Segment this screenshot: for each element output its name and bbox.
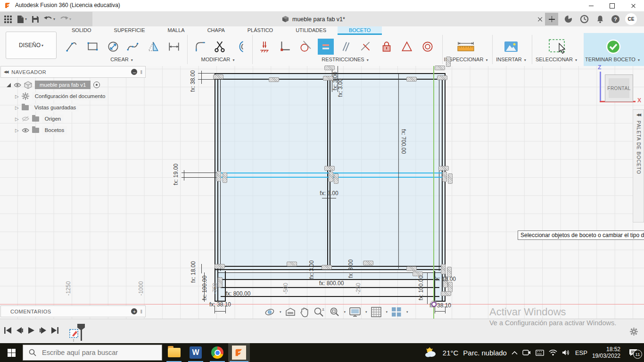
panel-grip[interactable]: ‖ xyxy=(140,309,142,314)
document-tab-close-button[interactable] xyxy=(535,14,545,24)
equal-constraint-button[interactable] xyxy=(318,39,334,55)
chevron-down-icon[interactable]: ▾ xyxy=(280,310,281,314)
concentric-constraint-icon[interactable] xyxy=(419,37,436,57)
account-avatar[interactable]: CE xyxy=(625,13,637,25)
language-indicator[interactable]: ESP xyxy=(575,349,587,356)
ribbon-tab-superficie[interactable]: SUPERFICIE xyxy=(103,26,157,35)
meet-now-icon[interactable] xyxy=(522,349,531,356)
perpendicular-constraint-icon[interactable] xyxy=(357,37,374,57)
taskbar-chrome-button[interactable] xyxy=(206,343,228,362)
sketch-dimension-tool-icon[interactable] xyxy=(165,37,182,57)
ribbon-tab-utilidades[interactable]: UTILIDADES xyxy=(284,26,338,35)
viewports-button[interactable] xyxy=(391,306,402,318)
action-center-button[interactable]: 11 xyxy=(625,348,641,357)
tree-row-root[interactable]: mueble para fab v1 xyxy=(0,79,141,90)
search-input[interactable] xyxy=(41,348,147,357)
horizontal-vertical-constraint-icon[interactable] xyxy=(256,37,273,57)
group-label-create[interactable]: CREAR ▾ xyxy=(110,57,133,62)
file-menu-button[interactable]: ▾ xyxy=(17,15,27,24)
offset-tool-icon[interactable] xyxy=(231,37,248,57)
chevron-down-icon[interactable]: ▾ xyxy=(344,310,346,314)
weather-temp[interactable]: 21°C xyxy=(443,349,459,357)
trim-tool-icon[interactable] xyxy=(212,37,229,57)
taskbar-explorer-button[interactable] xyxy=(163,343,185,362)
origin-point[interactable] xyxy=(430,300,438,308)
rectangle-tool-icon[interactable] xyxy=(84,37,101,57)
polygon-constraint-icon[interactable] xyxy=(398,37,415,57)
orbit-button[interactable] xyxy=(264,306,275,318)
timeline-play-button[interactable] xyxy=(28,327,35,334)
minimize-button[interactable] xyxy=(580,0,602,11)
tree-row-sketches[interactable]: ▷ Bocetos xyxy=(0,124,141,136)
wifi-icon[interactable] xyxy=(549,350,557,356)
weather-icon[interactable] xyxy=(424,347,438,358)
tangent-constraint-icon[interactable] xyxy=(297,37,314,57)
chevron-down-icon[interactable]: ▾ xyxy=(386,310,388,314)
parallel-constraint-icon[interactable] xyxy=(338,37,355,57)
timeline-step-back-button[interactable] xyxy=(16,327,24,334)
ribbon-tab-malla[interactable]: MALLA xyxy=(157,26,196,35)
panel-grip[interactable]: ‖ xyxy=(140,69,142,75)
display-settings-button[interactable] xyxy=(349,306,361,318)
fit-view-button[interactable] xyxy=(329,306,340,318)
close-button[interactable] xyxy=(623,0,644,11)
volume-icon[interactable] xyxy=(562,349,570,356)
fillet-tool-icon[interactable] xyxy=(192,37,209,57)
touch-keyboard-icon[interactable] xyxy=(536,350,544,356)
sketch-palette-tab[interactable]: ◀◀ PALETA DE BOCETO xyxy=(633,109,644,222)
ribbon-tab-chapa[interactable]: CHAPA xyxy=(196,26,236,35)
tree-row-origin[interactable]: ▷ Origen xyxy=(0,113,141,124)
activate-radio-icon[interactable] xyxy=(93,82,100,88)
comments-panel-header[interactable]: COMENTARIOS +‖ xyxy=(0,305,146,317)
tree-row-doc-settings[interactable]: ▷ Configuración del documento xyxy=(0,90,141,102)
chevron-down-icon[interactable]: ▾ xyxy=(406,310,408,314)
group-label-inspect[interactable]: INSPECCIONAR ▾ xyxy=(444,57,488,62)
circle-tool-icon[interactable] xyxy=(105,37,122,57)
insert-image-icon[interactable] xyxy=(503,37,520,57)
chevron-down-icon[interactable]: ▾ xyxy=(365,310,367,314)
taskbar-clock[interactable]: 18:52 19/03/2022 xyxy=(592,346,620,359)
workspace-selector[interactable]: DISEÑO▾ xyxy=(6,32,57,59)
job-status-button[interactable] xyxy=(579,14,589,24)
line-tool-icon[interactable] xyxy=(64,37,81,57)
undo-button[interactable]: ▾ xyxy=(44,16,55,23)
viewcube-front-face[interactable]: FRONTAL xyxy=(605,74,633,102)
collapsed-arrow-icon[interactable]: ▷ xyxy=(15,116,19,121)
ribbon-tab-boceto[interactable]: BOCETO xyxy=(338,26,382,35)
new-tab-button[interactable] xyxy=(545,13,558,25)
measure-tool-icon[interactable] xyxy=(455,37,477,57)
expanded-arrow-icon[interactable] xyxy=(7,83,11,87)
zoom-button[interactable]: ± xyxy=(313,306,325,318)
group-label-constraints[interactable]: RESTRICCIONES ▾ xyxy=(322,57,369,62)
visibility-eye-icon[interactable] xyxy=(14,82,21,88)
data-panel-button[interactable] xyxy=(4,15,12,24)
finish-sketch-icon[interactable] xyxy=(605,37,622,57)
collapsed-arrow-icon[interactable]: ▷ xyxy=(15,94,19,99)
mirror-tool-icon[interactable] xyxy=(145,37,162,57)
add-comment-icon[interactable]: + xyxy=(131,308,137,314)
root-document-label[interactable]: mueble para fab v1 xyxy=(35,81,91,89)
coincident-constraint-icon[interactable] xyxy=(277,37,294,57)
expand-panel-icon[interactable]: ◀◀ xyxy=(636,113,640,117)
minimize-panel-icon[interactable]: – xyxy=(131,69,137,75)
spline-tool-icon[interactable] xyxy=(124,37,141,57)
look-at-button[interactable] xyxy=(285,307,296,317)
timeline-go-end-button[interactable] xyxy=(51,327,59,334)
timeline-sketch-feature[interactable] xyxy=(69,322,88,343)
timeline-gear-icon[interactable] xyxy=(630,328,638,336)
timeline-step-forward-button[interactable] xyxy=(39,327,47,334)
save-button[interactable] xyxy=(32,16,39,23)
start-button[interactable] xyxy=(0,343,23,362)
document-tab[interactable]: mueble para fab v1* xyxy=(282,12,345,26)
tree-row-saved-views[interactable]: ▷ Vistas guardadas xyxy=(0,102,141,113)
navigator-panel-header[interactable]: ◀◀ NAVEGADOR –‖ xyxy=(0,66,146,78)
notifications-bell-button[interactable] xyxy=(595,14,605,24)
ribbon-tab-solido[interactable]: SOLIDO xyxy=(60,26,103,35)
ribbon-tab-plástico[interactable]: PLÁSTICO xyxy=(236,26,284,35)
tray-chevron-up-icon[interactable] xyxy=(512,351,518,355)
help-button[interactable]: ? xyxy=(611,14,620,24)
grid-settings-button[interactable] xyxy=(371,306,382,318)
redo-button[interactable]: ▾ xyxy=(60,16,71,23)
taskbar-fusion-button[interactable] xyxy=(228,343,250,362)
group-label-insert[interactable]: INSERTAR ▾ xyxy=(496,57,526,62)
